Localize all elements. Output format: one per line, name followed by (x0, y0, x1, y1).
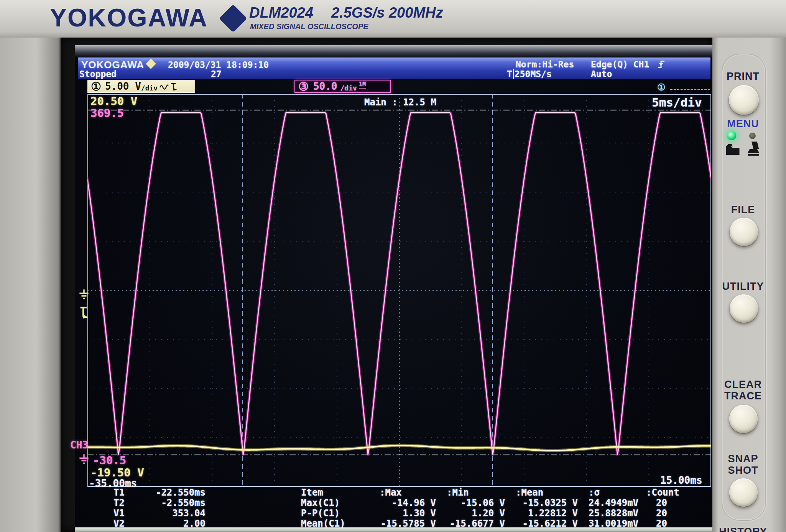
ch3-impedance: 1M (359, 81, 366, 89)
utility-label: UTILITY (714, 281, 772, 292)
cursor-readout: T1 -22.550ms T2 -2.550ms V1 353.04 V2 2.… (113, 488, 215, 529)
file-button[interactable] (730, 218, 758, 246)
brand-diamond-icon (219, 4, 247, 33)
history-label: HISTORY (714, 526, 772, 532)
record-mode: Norm:Hi-Res (516, 59, 574, 69)
meas-mean: 1.22812 V (516, 508, 589, 519)
ch1-number: ① (91, 80, 101, 93)
clear-trace-label-line1: CLEAR (714, 379, 772, 391)
menu-led-off-icon (749, 133, 756, 139)
cursor-value: -2.550ms (142, 498, 215, 508)
screen-bottom-edge (75, 527, 712, 532)
sample-rate: 250MS/s (515, 69, 552, 79)
file-label: FILE (714, 204, 772, 216)
probe-icon (170, 82, 178, 90)
ch3-number: ③ (298, 80, 309, 93)
cursor-label: T2 (113, 498, 142, 508)
ch3-label: CH3 (70, 439, 88, 451)
meas-count: 20 (646, 498, 688, 508)
clear-trace-label-line2: TRACE (714, 390, 772, 402)
meas-mean: -15.0325 V (516, 498, 589, 508)
graticule-chart (87, 94, 711, 487)
ch1-position-dash-icon (670, 89, 710, 90)
menu-label: MENU (714, 118, 772, 130)
meas-header-sigma: :σ (589, 488, 646, 498)
ch3-bottom-value: -30.5 (93, 454, 126, 467)
status-datetime: 2009/03/31 18:09:10 (168, 60, 269, 70)
print-label: PRINT (714, 71, 772, 82)
snap-shot-label-line1: SNAP (714, 453, 772, 465)
meas-sigma: 24.4949mV (589, 498, 646, 508)
model-specs: 2.5GS/s 200MHz (331, 5, 443, 21)
sample-memory-icon: T (507, 69, 514, 79)
meas-count: 20 (646, 508, 688, 519)
meas-header-mean: :Mean (516, 488, 589, 498)
left-bezel (0, 38, 61, 532)
meas-header-min: :Min (447, 488, 516, 498)
time-right-value: 15.00ms (660, 475, 702, 486)
cursor-value: 353.04 (142, 508, 215, 519)
acquisition-count: 27 (211, 69, 222, 79)
utility-button[interactable] (730, 294, 758, 323)
meas-item: P-P(C1) (301, 508, 380, 519)
clear-trace-button[interactable] (729, 405, 758, 433)
ch3-per-div: /div (340, 84, 357, 92)
rising-edge-icon (657, 58, 666, 69)
ch3-scale: 50.0 (313, 80, 337, 92)
glass-reflection (75, 45, 712, 58)
print-button[interactable] (729, 85, 759, 115)
ch3-scale-badge: ③ 50.0 /div 1M (294, 80, 391, 93)
main-record-length: Main : 12.5 M (364, 97, 436, 108)
ch1-scale-badge: ① 5.00 V /div (87, 80, 195, 93)
snap-shot-label-line2: SHOT (714, 465, 772, 476)
meas-header-item: Item (301, 488, 380, 498)
cursor-value: -22.550ms (142, 488, 215, 498)
meas-max: -14.96 V (380, 498, 447, 508)
trigger-mode: Auto (591, 69, 612, 79)
trigger-level-icon (79, 306, 90, 320)
acquisition-state: Stopped (79, 69, 117, 79)
oscilloscope-device: YOKOGAWA DLM2024 2.5GS/s 200MHz MIXED SI… (0, 0, 786, 532)
cursor-label: V1 (113, 508, 142, 519)
meas-item: Max(C1) (301, 498, 380, 508)
ch3-top-value: 369.5 (90, 107, 124, 120)
meas-header-max: :Max (380, 488, 447, 498)
meas-min: -15.06 V (447, 498, 516, 508)
ch1-position-marker: ① (657, 82, 666, 93)
snap-shot-button[interactable] (729, 478, 758, 507)
timebase-readout: 5ms/div (652, 95, 702, 109)
ch3-ground-icon (78, 453, 90, 466)
meas-sigma: 25.8828mV (589, 508, 646, 519)
meas-min: 1.20 V (447, 508, 516, 519)
printer-icon (745, 141, 761, 156)
meas-header-count: :Count (646, 488, 688, 498)
ch1-top-value: 20.50 V (90, 95, 137, 108)
sample-rate-block: T250MS/s (507, 69, 552, 79)
model-number: DLM2024 (249, 5, 313, 21)
menu-led-on-icon (727, 131, 736, 140)
ch1-scale: 5.00 V (105, 80, 141, 92)
ch1-per-div: /div (141, 84, 158, 92)
top-bezel: YOKOGAWA DLM2024 2.5GS/s 200MHz MIXED SI… (0, 0, 786, 38)
ch1-bottom-value: -19.50 V (90, 466, 144, 479)
measurement-table: Item :Max :Min :Mean :σ :Count Max(C1) -… (301, 488, 696, 529)
cursor-label: T1 (113, 488, 142, 498)
folder-icon (725, 143, 740, 156)
trigger-source: Edge(Q) CH1 (591, 59, 649, 69)
model-subtitle: MIXED SIGNAL OSCILLOSCOPE (250, 22, 368, 31)
ch1-ground-icon (78, 288, 90, 301)
meas-max: 1.30 V (380, 508, 447, 519)
coupling-icon (159, 82, 169, 90)
brand-logo: YOKOGAWA (50, 3, 208, 32)
